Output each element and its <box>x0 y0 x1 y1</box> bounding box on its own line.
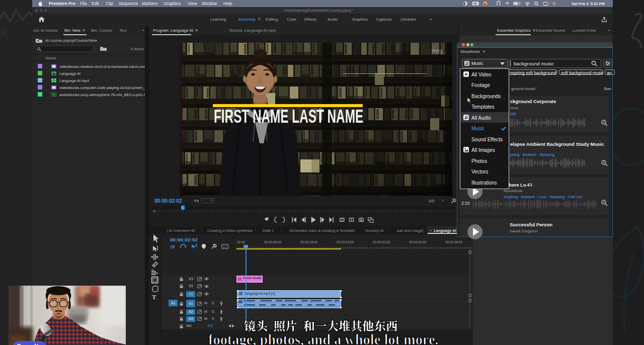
svg-text:CC: CC <box>223 245 228 248</box>
svg-text:HD: HD <box>473 2 477 5</box>
svg-text:T: T <box>152 293 156 301</box>
